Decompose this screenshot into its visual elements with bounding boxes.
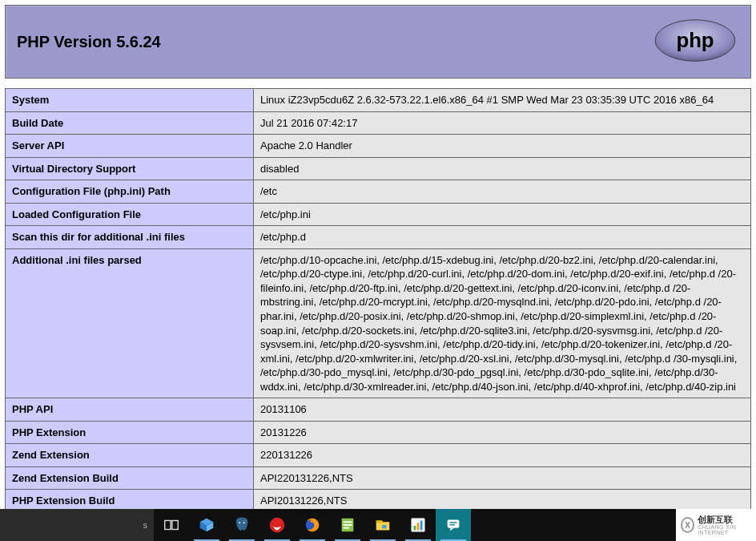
svg-rect-14 <box>344 527 349 529</box>
chart-app-icon <box>409 516 427 534</box>
red-app-icon <box>268 516 286 534</box>
row-value: /etc <box>254 180 751 204</box>
row-value: Apache 2.0 Handler <box>254 135 751 158</box>
svg-text:php: php <box>676 29 714 51</box>
taskbar-app-file-explorer[interactable] <box>365 509 400 541</box>
table-row: Server APIApache 2.0 Handler <box>6 135 751 158</box>
svg-point-7 <box>239 522 240 523</box>
firefox-icon <box>304 516 321 534</box>
svg-rect-15 <box>376 521 383 523</box>
row-key: Additional .ini files parsed <box>6 248 254 398</box>
svg-rect-20 <box>420 521 423 531</box>
taskbar-app-notepadpp[interactable] <box>330 509 365 541</box>
row-value: 20131106 <box>254 398 751 422</box>
row-value: Jul 21 2016 07:42:17 <box>254 111 751 135</box>
row-key: Scan this dir for additional .ini files <box>6 226 254 249</box>
task-view-button[interactable] <box>154 509 189 541</box>
taskbar-app-firefox[interactable] <box>295 509 330 541</box>
svg-rect-19 <box>417 523 420 530</box>
svg-rect-21 <box>448 520 460 528</box>
svg-rect-23 <box>449 522 456 523</box>
watermark: X 创新互联 CHUANG XIN INTERNET <box>676 509 756 541</box>
table-row: Build DateJul 21 2016 07:42:17 <box>6 111 751 135</box>
table-row: PHP Extension20131226 <box>6 421 751 444</box>
taskbar-app-postgres[interactable] <box>224 509 259 541</box>
row-value: Linux iZ23vp5cdu6Z 2.6.32-573.22.1.el6.x… <box>254 89 751 112</box>
file-explorer-icon <box>374 516 392 534</box>
row-value: /etc/php.d/10-opcache.ini, /etc/php.d/15… <box>254 248 751 398</box>
row-value: /etc/php.ini <box>254 203 751 226</box>
svg-rect-13 <box>344 524 352 526</box>
taskbar-app-chat[interactable] <box>436 509 471 541</box>
table-row: Configuration File (php.ini) Path/etc <box>6 180 751 204</box>
table-row: Zend Extension BuildAPI220131226,NTS <box>6 466 751 490</box>
phpinfo-header: PHP Version 5.6.24 php <box>5 5 751 79</box>
svg-point-8 <box>243 522 245 523</box>
page-title: PHP Version 5.6.24 <box>17 33 161 51</box>
row-key: Server API <box>6 135 254 158</box>
phpinfo-table: SystemLinux iZ23vp5cdu6Z 2.6.32-573.22.1… <box>5 88 751 536</box>
row-value: disabled <box>254 157 751 180</box>
row-key: Virtual Directory Support <box>6 157 254 180</box>
svg-rect-24 <box>449 524 454 525</box>
row-key: PHP API <box>6 398 254 422</box>
box-app-icon <box>198 516 215 534</box>
row-key: Zend Extension <box>6 444 254 467</box>
svg-point-9 <box>270 518 284 532</box>
svg-rect-2 <box>165 521 171 530</box>
search-tail-text: s <box>143 520 148 530</box>
notepadpp-icon <box>339 516 356 534</box>
svg-rect-12 <box>344 521 352 523</box>
row-key: System <box>6 89 254 112</box>
row-key: PHP Extension <box>6 421 254 444</box>
row-key: Build Date <box>6 111 254 135</box>
taskbar-app-chart[interactable] <box>400 509 436 541</box>
svg-rect-16 <box>382 525 387 529</box>
row-value: 20131226 <box>254 421 751 444</box>
taskbar-app-red[interactable] <box>259 509 295 541</box>
chat-app-icon <box>444 516 462 534</box>
table-row: PHP API20131106 <box>6 398 751 422</box>
svg-rect-3 <box>172 521 178 530</box>
table-row: Additional .ini files parsed/etc/php.d/1… <box>6 248 751 398</box>
row-value: API220131226,NTS <box>254 466 751 490</box>
task-view-icon <box>163 516 180 534</box>
table-row: Virtual Directory Supportdisabled <box>6 157 751 180</box>
table-row: SystemLinux iZ23vp5cdu6Z 2.6.32-573.22.1… <box>6 89 751 112</box>
table-row: Scan this dir for additional .ini files/… <box>6 226 751 249</box>
watermark-cn: 创新互联 <box>698 515 756 524</box>
svg-marker-22 <box>450 528 454 531</box>
taskbar: s <box>0 509 756 541</box>
row-key: Loaded Configuration File <box>6 203 254 226</box>
svg-rect-18 <box>414 526 416 531</box>
row-value: 220131226 <box>254 444 751 467</box>
postgres-icon <box>233 516 251 534</box>
taskbar-search[interactable]: s <box>0 509 154 541</box>
watermark-ring: X <box>681 517 694 533</box>
php-logo: php <box>651 18 739 65</box>
taskbar-app-box[interactable] <box>189 509 224 541</box>
row-key: Zend Extension Build <box>6 466 254 490</box>
table-row: Loaded Configuration File/etc/php.ini <box>6 203 751 226</box>
row-key: Configuration File (php.ini) Path <box>6 180 254 204</box>
row-value: /etc/php.d <box>254 226 751 249</box>
watermark-en: CHUANG XIN INTERNET <box>698 524 756 535</box>
table-row: Zend Extension220131226 <box>6 444 751 467</box>
